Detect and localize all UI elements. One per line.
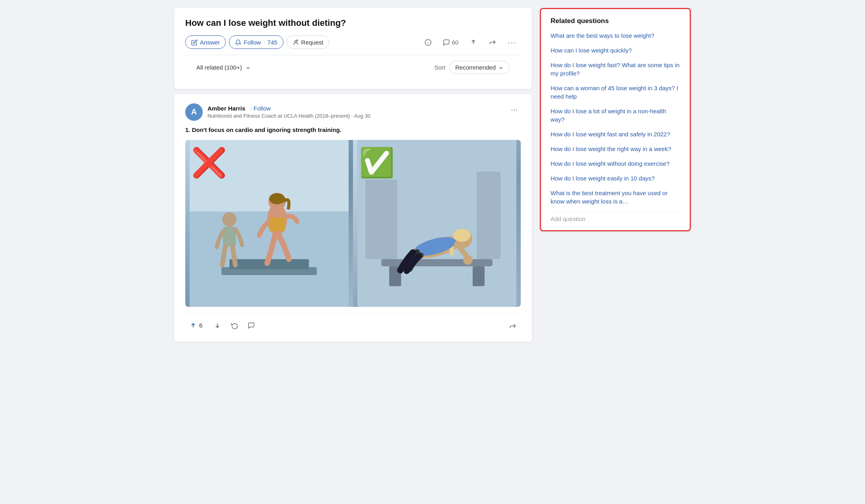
author-follow-button[interactable]: · Follow <box>250 105 271 112</box>
related-item: How do I lose weight the right way in a … <box>551 145 680 153</box>
upvote-count: 6 <box>199 322 202 329</box>
main-content: How can I lose weight without dieting? A… <box>174 8 532 342</box>
question-actions: Answer Follow · 745 <box>185 35 521 51</box>
comment-icon <box>443 39 450 46</box>
related-item: How do I lose a lot of weight in a non-h… <box>551 107 680 124</box>
related-link[interactable]: How do I lose a lot of weight in a non-h… <box>551 108 666 123</box>
related-link[interactable]: What are the best ways to lose weight? <box>551 32 654 39</box>
refresh-button[interactable] <box>227 319 242 331</box>
filter-label: All related (100+) <box>196 64 242 71</box>
related-link[interactable]: How do I lose weight fast? What are some… <box>551 62 679 77</box>
wrong-mark: ❌ <box>191 146 227 180</box>
sort-text: Sort <box>434 64 446 71</box>
answer-footer: 6 <box>185 313 521 332</box>
more-icon: ··· <box>508 38 517 47</box>
author-details: Amber Harris · Follow Nutritionist and F… <box>208 105 370 119</box>
related-item: How do I lose weight easily in 10 days? <box>551 174 680 182</box>
follow-label: Follow <box>244 39 261 46</box>
related-link[interactable]: How do I lose weight easily in 10 days? <box>551 175 655 182</box>
comment-count: 60 <box>452 39 459 46</box>
refresh-icon <box>231 322 238 329</box>
question-card: How can I lose weight without dieting? A… <box>174 8 532 89</box>
bell-icon <box>235 39 241 46</box>
author-name-row: Amber Harris · Follow <box>208 105 370 112</box>
comment-answer-button[interactable] <box>244 319 259 331</box>
question-title: How can I lose weight without dieting? <box>185 17 521 29</box>
request-button[interactable]: Request <box>287 35 330 49</box>
related-link[interactable]: What is the best treatment you have used… <box>551 190 667 205</box>
related-item: What is the best treatment you have used… <box>551 189 680 205</box>
svg-point-13 <box>269 193 285 204</box>
answer-more-button[interactable]: ··· <box>508 103 521 116</box>
chevron-down-icon <box>245 64 251 71</box>
info-button[interactable] <box>421 36 436 48</box>
svg-point-27 <box>463 255 473 265</box>
follow-button[interactable]: Follow · 745 <box>229 35 283 49</box>
related-link[interactable]: How do I lose weight fast and safely in … <box>551 131 670 138</box>
pencil-icon <box>191 39 198 46</box>
upvote-button[interactable]: 6 <box>185 319 208 332</box>
add-question-button[interactable]: Add question <box>551 212 680 222</box>
upvote-icon <box>189 322 197 330</box>
related-link[interactable]: How can a woman of 45 lose weight in 3 d… <box>551 85 678 100</box>
svg-rect-18 <box>365 180 397 259</box>
svg-point-0 <box>295 41 297 43</box>
svg-rect-22 <box>473 266 485 286</box>
related-title: Related questions <box>551 17 680 25</box>
related-card: Related questions What are the best ways… <box>540 8 691 231</box>
related-item: What are the best ways to lose weight? <box>551 31 680 40</box>
gym-strength-side: ✅ <box>353 140 521 307</box>
more-button[interactable]: ··· <box>504 35 521 49</box>
answer-content: 1. Don't focus on cardio and ignoring st… <box>185 126 521 135</box>
related-link[interactable]: How do I lose weight without doing exerc… <box>551 160 669 167</box>
author-meta: Nutritionist and Fitness Coach at UCLA H… <box>208 113 370 119</box>
author-name: Amber Harris <box>208 105 245 112</box>
follow-separator: · <box>263 39 265 46</box>
gym-cardio-side: ❌ <box>185 140 353 307</box>
answer-button[interactable]: Answer <box>185 35 226 49</box>
related-item: How can a woman of 45 lose weight in 3 d… <box>551 84 680 101</box>
sort-dropdown[interactable]: Recommended <box>449 61 510 74</box>
request-icon <box>293 39 299 46</box>
related-item: How do I lose weight fast? What are some… <box>551 61 680 78</box>
share-icon <box>489 38 497 46</box>
related-item: How do I lose weight fast and safely in … <box>551 130 680 138</box>
related-list: What are the best ways to lose weight?Ho… <box>551 31 680 205</box>
sort-chevron-icon <box>498 64 504 71</box>
related-item: How can I lose weight quickly? <box>551 46 680 54</box>
gym-image: ❌ <box>185 140 521 307</box>
comment-answer-icon <box>248 322 255 329</box>
answer-card: A Amber Harris · Follow Nutritionist and… <box>174 94 532 342</box>
svg-point-15 <box>222 212 237 227</box>
related-item: How do I lose weight without doing exerc… <box>551 159 680 168</box>
svg-rect-20 <box>381 259 493 266</box>
answer-more-icon: ··· <box>511 105 518 114</box>
answer-label: Answer <box>200 39 220 46</box>
filter-bar: All related (100+) Sort Recommended <box>185 55 521 79</box>
svg-rect-19 <box>477 172 500 259</box>
follow-count: 745 <box>268 39 277 46</box>
author-info: A Amber Harris · Follow Nutritionist and… <box>185 103 370 121</box>
related-link[interactable]: How do I lose weight the right way in a … <box>551 145 671 152</box>
svg-rect-14 <box>269 217 285 231</box>
avatar-letter: A <box>191 107 197 116</box>
sort-section: Sort Recommended <box>434 61 510 74</box>
correct-mark: ✅ <box>359 146 395 180</box>
sidebar: Related questions What are the best ways… <box>540 8 691 231</box>
related-link[interactable]: How can I lose weight quickly? <box>551 47 632 54</box>
downvote-icon <box>469 38 477 46</box>
sort-value: Recommended <box>455 64 496 71</box>
downvote-answer-icon <box>213 322 221 330</box>
answer-header: A Amber Harris · Follow Nutritionist and… <box>185 103 521 121</box>
request-label: Request <box>301 39 324 46</box>
answer-share-icon <box>509 321 517 330</box>
downvote-answer-button[interactable] <box>209 319 225 332</box>
downvote-button[interactable] <box>465 36 481 48</box>
share-button[interactable] <box>485 36 500 48</box>
info-icon <box>425 39 432 46</box>
filter-dropdown[interactable]: All related (100+) <box>196 64 251 71</box>
comment-button[interactable]: 60 <box>439 36 463 48</box>
avatar: A <box>185 103 203 121</box>
answer-share-button[interactable] <box>505 318 521 332</box>
